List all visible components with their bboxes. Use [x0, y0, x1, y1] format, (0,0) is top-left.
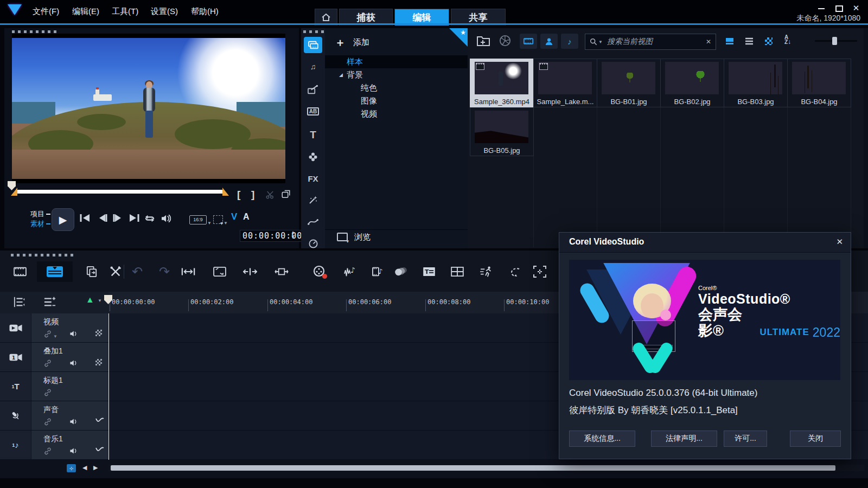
motion-path-icon[interactable]	[304, 214, 322, 230]
redo-icon[interactable]: ↷	[157, 265, 171, 279]
close-icon[interactable]: ✕	[836, 237, 843, 247]
voice-track-icon[interactable]	[0, 401, 31, 430]
blend-modes-icon[interactable]	[394, 265, 408, 279]
record-options-icon[interactable]	[312, 265, 327, 279]
mark-in-button[interactable]: [	[237, 189, 240, 201]
search-box[interactable]: ▼ ✕	[585, 34, 716, 50]
repeat-icon[interactable]	[143, 214, 156, 223]
media-item[interactable]: BG-B02.jpg	[660, 59, 724, 107]
import-folder-icon[interactable]	[476, 35, 490, 47]
license-button[interactable]: 许可...	[724, 431, 767, 447]
filter-photo-button[interactable]	[540, 34, 558, 49]
expand-arrow-icon[interactable]: ◢	[339, 72, 344, 78]
ripple-edit-icon[interactable]	[243, 265, 257, 279]
magic-wand-icon[interactable]	[304, 192, 322, 208]
track-mute-icon[interactable]	[69, 359, 79, 367]
scrubber-playhead[interactable]	[8, 181, 16, 190]
go-start-icon[interactable]	[79, 214, 91, 222]
overlay-track-icon[interactable]: 1	[0, 343, 31, 371]
sound-mixer-icon[interactable]: ♪	[343, 265, 357, 279]
clip-mode-label[interactable]: 素材	[30, 219, 50, 229]
instant-project-icon[interactable]	[304, 81, 322, 98]
fit-timeline-button[interactable]: ⊹	[67, 464, 76, 472]
lasso-selection-icon[interactable]	[508, 265, 522, 279]
fit-project-icon[interactable]	[181, 265, 195, 279]
track-mute-icon[interactable]	[69, 447, 79, 455]
timecode-stepper[interactable]: ▲▼	[291, 230, 295, 240]
trim-handle-end[interactable]	[222, 188, 229, 196]
media-item[interactable]: Sample_Lake.m...	[533, 59, 597, 107]
split-clip-icon[interactable]	[265, 190, 276, 200]
media-item[interactable]: BG-B03.jpg	[724, 59, 788, 107]
timecode-display[interactable]: 00:00:00:000	[240, 230, 310, 242]
scroll-left-icon[interactable]: ◀	[82, 464, 87, 471]
media-scroll-gutter[interactable]	[864, 28, 868, 248]
track-header[interactable]: 叠加1	[31, 343, 109, 371]
system-info-button[interactable]: 系统信息...	[569, 431, 635, 447]
split-screen-template-icon[interactable]	[450, 265, 464, 279]
tree-item-video[interactable]: 视频	[325, 107, 468, 120]
chevron-down-icon[interactable]: ▼	[598, 40, 603, 44]
track-header[interactable]: 声音	[31, 401, 109, 430]
scrubber-bar[interactable]	[16, 190, 224, 194]
tree-item-sample[interactable]: 样本	[325, 55, 468, 68]
title-track-icon[interactable]: 1T	[0, 372, 31, 401]
link-icon[interactable]	[43, 330, 52, 338]
enlarge-preview-icon[interactable]	[281, 190, 291, 200]
media-item[interactable]: BG-B04.jpg	[787, 59, 851, 107]
play-button[interactable]: ▶	[52, 208, 74, 231]
add-remove-track-icon[interactable]	[43, 296, 56, 308]
title-icon[interactable]: T	[304, 127, 322, 143]
panel-drag-handle[interactable]	[303, 30, 324, 33]
minimize-icon[interactable]	[817, 4, 826, 12]
track-mute-icon[interactable]	[69, 330, 79, 338]
view-scene-button[interactable]	[722, 34, 738, 49]
track-transparency-icon[interactable]	[275, 265, 289, 279]
panel-drag-handle[interactable]	[11, 254, 76, 256]
close-icon[interactable]: ✕	[852, 4, 860, 12]
speed-icon[interactable]	[304, 235, 322, 252]
search-input[interactable]	[606, 37, 706, 47]
storyboard-view-icon[interactable]	[13, 265, 27, 279]
filter-audio-button[interactable]: ♪	[561, 34, 578, 49]
record-capture-option-icon[interactable]	[213, 265, 227, 279]
link-icon[interactable]	[43, 359, 52, 368]
thumbnail-zoom-slider[interactable]	[815, 40, 857, 42]
music-library-icon[interactable]: ♫	[304, 59, 322, 75]
chevron-down-icon[interactable]: ▼	[98, 298, 102, 303]
legal-notice-button[interactable]: 法律声明...	[651, 431, 717, 447]
videostudio-mode-button[interactable]: V	[231, 211, 237, 222]
aspect-ratio-selector[interactable]: 16:9	[189, 215, 207, 224]
track-header[interactable]: 音乐1	[31, 431, 109, 459]
project-mode-label[interactable]: 项目	[30, 209, 50, 219]
panel-drag-handle[interactable]	[12, 30, 59, 33]
tree-item-solid-color[interactable]: 纯色	[325, 81, 468, 94]
overlay-graphics-icon[interactable]	[304, 149, 322, 165]
browse-row[interactable]: 浏览	[325, 229, 468, 244]
mark-out-button[interactable]: ]	[251, 189, 254, 201]
track-transparency-icon[interactable]	[95, 359, 102, 365]
view-grid-button[interactable]	[761, 34, 777, 49]
chevron-down-icon[interactable]: ▼	[207, 221, 212, 226]
waveform-icon[interactable]	[95, 447, 104, 452]
link-icon[interactable]	[43, 418, 52, 426]
menu-file[interactable]: 文件(F)	[33, 7, 59, 17]
link-icon[interactable]	[43, 447, 52, 455]
audio-mode-button[interactable]: A	[243, 212, 250, 222]
mask-creator-icon[interactable]	[533, 265, 547, 279]
menu-settings[interactable]: 设置(S)	[151, 7, 178, 17]
transition-icon[interactable]: AB	[304, 103, 322, 119]
next-frame-icon[interactable]	[112, 214, 124, 222]
aperture-icon[interactable]	[499, 35, 511, 47]
add-folder-row[interactable]: ＋ 添加	[325, 34, 468, 51]
track-transparency-icon[interactable]	[95, 330, 102, 336]
waveform-icon[interactable]	[95, 418, 104, 423]
motion-tracking-icon[interactable]	[480, 265, 494, 279]
preview-video[interactable]	[12, 34, 285, 183]
subtitle-editor-icon[interactable]: T	[422, 265, 436, 279]
music-track-icon[interactable]: 1♪	[0, 431, 31, 459]
tools-icon[interactable]	[108, 265, 123, 279]
zoom-slider-handle[interactable]	[832, 37, 837, 45]
link-icon[interactable]	[43, 388, 52, 397]
prev-frame-icon[interactable]	[97, 214, 108, 222]
